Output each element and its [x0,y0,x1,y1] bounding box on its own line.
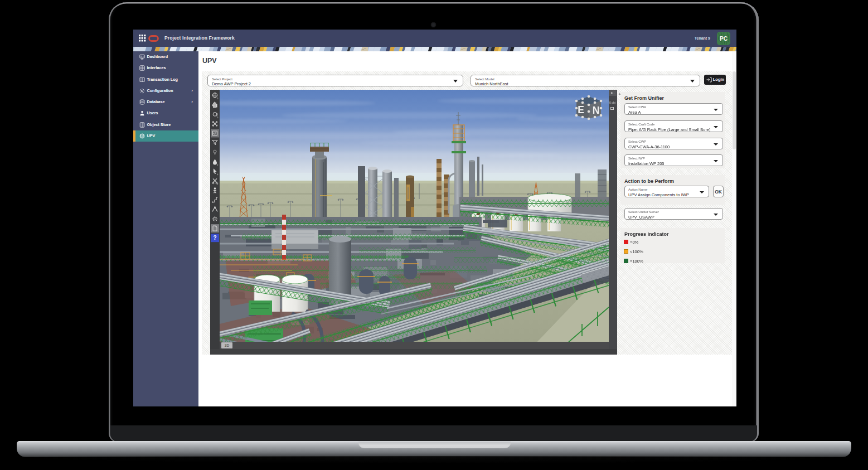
svg-text:N: N [593,105,600,116]
svg-text:E: E [578,104,584,115]
svg-text:PC: PC [720,36,728,42]
svg-text:?: ? [213,235,216,241]
